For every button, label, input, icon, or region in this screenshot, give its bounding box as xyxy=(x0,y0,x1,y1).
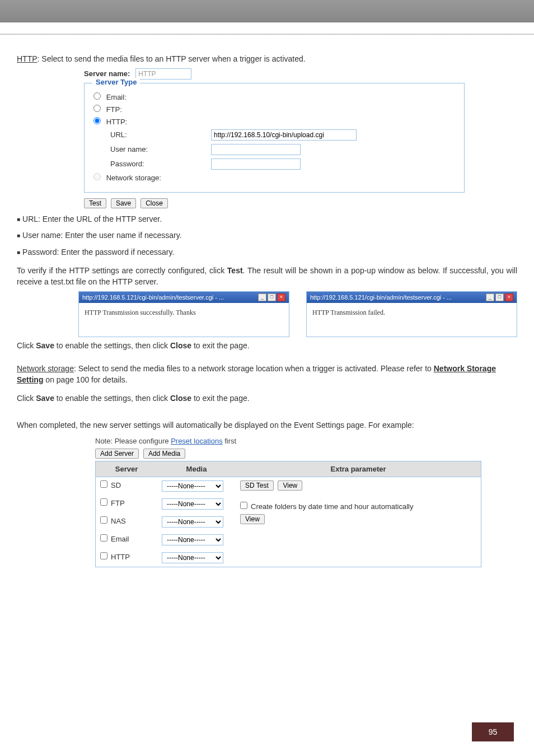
url-label: URL: xyxy=(110,130,211,139)
radio-network-storage-label: Network storage: xyxy=(106,174,161,182)
save-button[interactable]: Save xyxy=(111,198,136,208)
save-close-para-2: Click Save to enable the settings, then … xyxy=(17,393,517,404)
popup-failed-body: HTTP Transmission failed. xyxy=(307,303,517,337)
radio-ftp[interactable] xyxy=(93,105,101,112)
password-input[interactable] xyxy=(211,158,301,170)
minimize-icon[interactable]: _ xyxy=(486,293,494,301)
checkbox-nas[interactable] xyxy=(100,516,107,524)
maximize-icon[interactable]: □ xyxy=(495,293,504,301)
maximize-icon[interactable]: □ xyxy=(268,293,276,301)
sd-test-button[interactable]: SD Test xyxy=(240,480,274,491)
username-label: User name: xyxy=(110,145,211,153)
bullet-icon: ■ xyxy=(17,232,20,240)
close-icon[interactable]: × xyxy=(505,293,513,301)
row-sd-label: SD xyxy=(111,481,121,489)
checkbox-email[interactable] xyxy=(100,534,107,542)
popup-success-title: http://192.168.5.121/cgi-bin/admin/tests… xyxy=(82,294,224,301)
ns-text-2: on page 100 for details. xyxy=(43,375,127,384)
popup-success-body: HTTP Transmission successfully. Thanks xyxy=(79,303,289,337)
checkbox-http[interactable] xyxy=(100,552,107,559)
preset-note: Note: Please configure Preset locations … xyxy=(95,437,481,445)
table-row: SD -----None----- SD Test View xyxy=(96,477,481,495)
radio-ftp-label: FTP: xyxy=(106,105,122,114)
media-select-nas[interactable]: -----None----- xyxy=(162,516,223,528)
password-label: Password: xyxy=(110,160,211,168)
server-name-input[interactable] xyxy=(135,68,191,80)
server-type-legend: Server Type xyxy=(92,78,140,86)
radio-network-storage[interactable] xyxy=(93,173,101,180)
row-http-label: HTTP xyxy=(111,553,130,561)
intro-http-underline: HTTP xyxy=(17,54,38,63)
username-input[interactable] xyxy=(211,144,301,155)
view-button-sd[interactable]: View xyxy=(278,480,302,491)
table-row: HTTP -----None----- xyxy=(96,549,481,567)
intro-paragraph: HTTP: Select to send the media files to … xyxy=(17,54,517,65)
checkbox-create-folders[interactable] xyxy=(240,502,247,509)
server-name-label: Server name: xyxy=(84,69,130,78)
bullet-url: ■URL: Enter the URL of the HTTP server. xyxy=(17,214,517,225)
radio-http[interactable] xyxy=(93,117,101,124)
popup-success: http://192.168.5.121/cgi-bin/admin/tests… xyxy=(78,291,289,337)
ns-underline-1: Network storage xyxy=(17,364,74,373)
close-icon[interactable]: × xyxy=(277,293,285,301)
th-extra: Extra parameter xyxy=(236,461,481,477)
radio-email-label: Email: xyxy=(106,93,127,101)
media-select-email[interactable]: -----None----- xyxy=(162,534,223,545)
popup-failed-title: http://192.168.5.121/cgi-bin/admin/tests… xyxy=(310,294,452,301)
intro-rest: : Select to send the media files to an H… xyxy=(38,54,306,63)
add-server-button[interactable]: Add Server xyxy=(95,449,139,459)
bullet-icon: ■ xyxy=(17,249,20,256)
bullet-pass: ■Password: Enter the password if necessa… xyxy=(17,247,517,258)
th-server: Server xyxy=(96,461,157,477)
event-settings-table: Server Media Extra parameter SD -----Non… xyxy=(96,461,481,567)
bullet-icon: ■ xyxy=(17,216,20,223)
network-storage-paragraph: Network storage: Select to send the medi… xyxy=(17,363,517,385)
bullet-pass-text: Password: Enter the password if necessar… xyxy=(22,248,174,256)
preset-locations-link[interactable]: Preset locations xyxy=(171,437,223,445)
create-folders-label: Create folders by date time and hour aut… xyxy=(251,502,414,511)
view-button-nas[interactable]: View xyxy=(240,514,265,524)
row-ftp-label: FTP xyxy=(111,499,125,507)
verify-paragraph: To verify if the HTTP settings are corre… xyxy=(17,265,517,287)
table-row: Email -----None----- xyxy=(96,531,481,549)
radio-email[interactable] xyxy=(93,92,101,100)
bullet-user: ■User name: Enter the user name if neces… xyxy=(17,230,517,241)
ns-text-1: : Select to send the media files to a ne… xyxy=(74,364,434,373)
checkbox-ftp[interactable] xyxy=(100,498,107,506)
top-header-bar xyxy=(0,0,534,22)
close-button[interactable]: Close xyxy=(140,198,168,208)
media-select-http[interactable]: -----None----- xyxy=(162,552,223,563)
completed-paragraph: When completed, the new server settings … xyxy=(17,420,517,431)
media-select-sd[interactable]: -----None----- xyxy=(162,480,223,492)
radio-http-label: HTTP: xyxy=(106,118,128,126)
bullet-user-text: User name: Enter the user name if necess… xyxy=(22,231,182,240)
row-email-label: Email xyxy=(111,535,129,543)
add-media-button[interactable]: Add Media xyxy=(143,449,185,459)
page-number: 95 xyxy=(489,727,498,736)
popup-failed: http://192.168.5.121/cgi-bin/admin/tests… xyxy=(306,291,517,337)
bullet-url-text: URL: Enter the URL of the HTTP server. xyxy=(22,214,162,223)
checkbox-sd[interactable] xyxy=(100,480,107,488)
row-nas-label: NAS xyxy=(111,517,126,525)
minimize-icon[interactable]: _ xyxy=(258,293,266,301)
verify-test-bold: Test xyxy=(227,266,243,275)
verify-pre: To verify if the HTTP settings are corre… xyxy=(17,266,227,275)
th-media: Media xyxy=(157,461,236,477)
server-type-fieldset: Server Type Email: FTP: HTTP: URL: User … xyxy=(84,83,465,193)
page-number-badge: 95 xyxy=(472,722,514,741)
table-row: FTP -----None----- Create folders by dat… xyxy=(96,495,481,513)
media-select-ftp[interactable]: -----None----- xyxy=(162,498,223,510)
test-button[interactable]: Test xyxy=(84,198,106,208)
url-input[interactable] xyxy=(211,129,357,141)
save-close-para-1: Click Save to enable the settings, then … xyxy=(17,340,517,352)
